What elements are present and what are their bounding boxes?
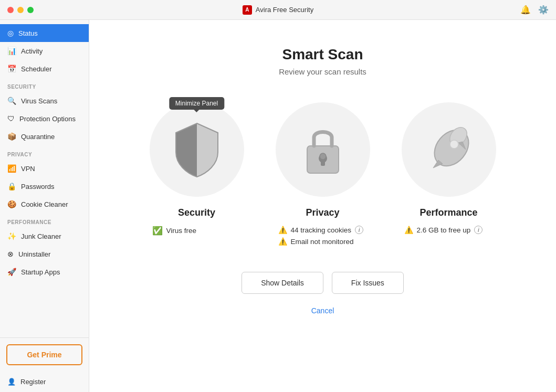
sidebar-item-status[interactable]: ◎ Status — [0, 24, 89, 42]
sidebar-item-label: VPN — [21, 165, 35, 173]
ok-icon: ✅ — [152, 226, 163, 236]
sidebar-nav: ◎ Status 📊 Activity 📅 Scheduler SECURITY… — [0, 20, 89, 337]
security-card-circle: Minimize Panel — [150, 102, 244, 197]
security-card-title: Security — [178, 207, 215, 218]
action-buttons: Show Details Fix Issues — [242, 272, 404, 294]
performance-status-text-0: 2.6 GB to free up — [417, 226, 471, 234]
virus-scans-icon: 🔍 — [7, 97, 16, 105]
performance-info-icon[interactable]: i — [474, 226, 482, 234]
page-subtitle: Review your scan results — [279, 67, 366, 76]
sidebar-footer: Get Prime — [0, 337, 89, 372]
sidebar-item-startup-apps[interactable]: 🚀 Startup Apps — [0, 263, 89, 281]
rocket-graphic — [423, 121, 475, 178]
privacy-card-circle — [276, 102, 370, 197]
warn-icon-0: ⚠️ — [278, 226, 287, 234]
svg-point-6 — [450, 140, 458, 149]
svg-point-3 — [320, 153, 326, 160]
sidebar: ◎ Status 📊 Activity 📅 Scheduler SECURITY… — [0, 0, 89, 392]
get-prime-button[interactable]: Get Prime — [6, 344, 82, 365]
security-card-status: ✅ Virus free — [142, 226, 252, 236]
warn-icon-perf: ⚠️ — [404, 226, 413, 234]
shield-graphic — [168, 118, 226, 181]
sidebar-item-protection-options[interactable]: 🛡 Protection Options — [0, 110, 89, 128]
titlebar-action-icons: 🔔 ⚙️ — [520, 5, 549, 15]
sidebar-item-label: Quarantine — [21, 133, 55, 141]
window-controls — [7, 7, 34, 13]
cookie-cleaner-icon: 🍪 — [7, 200, 16, 208]
scheduler-icon: 📅 — [7, 65, 16, 73]
performance-status-row-0: ⚠️ 2.6 GB to free up i — [404, 226, 483, 234]
performance-card-title: Performance — [419, 207, 477, 218]
sidebar-item-label: Junk Cleaner — [21, 232, 61, 240]
security-status-row: ✅ Virus free — [152, 226, 197, 236]
sidebar-item-label: Virus Scans — [21, 97, 57, 105]
privacy-card: Privacy ⚠️ 44 tracking cookies i ⚠️ Emai… — [268, 102, 378, 246]
sidebar-item-label: Cookie Cleaner — [21, 200, 68, 208]
close-button[interactable] — [7, 7, 14, 13]
minimize-button[interactable] — [17, 7, 24, 13]
security-status-text: Virus free — [166, 227, 197, 235]
privacy-card-title: Privacy — [306, 207, 339, 218]
warn-icon-1: ⚠️ — [278, 237, 287, 246]
performance-card-status: ⚠️ 2.6 GB to free up i — [394, 226, 504, 234]
register-icon: 👤 — [7, 378, 16, 386]
avira-logo-icon: A — [243, 5, 252, 15]
privacy-status-row-0: ⚠️ 44 tracking cookies i — [278, 226, 364, 234]
maximize-button[interactable] — [27, 7, 34, 13]
app-title-group: A Avira Free Security — [243, 5, 313, 15]
sidebar-item-vpn[interactable]: 📶 VPN — [0, 160, 89, 177]
settings-icon[interactable]: ⚙️ — [538, 5, 549, 15]
notifications-icon[interactable]: 🔔 — [520, 5, 531, 15]
sidebar-item-cookie-cleaner[interactable]: 🍪 Cookie Cleaner — [0, 195, 89, 213]
vpn-icon: 📶 — [7, 164, 16, 173]
sidebar-item-label: Uninstaller — [18, 250, 50, 258]
lock-graphic — [299, 121, 347, 178]
cancel-button[interactable]: Cancel — [307, 304, 339, 317]
sidebar-item-label: Status — [18, 29, 38, 37]
privacy-card-status: ⚠️ 44 tracking cookies i ⚠️ Email not mo… — [268, 226, 378, 246]
status-icon: ◎ — [7, 29, 14, 37]
sidebar-item-passwords[interactable]: 🔒 Passwords — [0, 177, 89, 195]
sidebar-item-label: Passwords — [21, 183, 55, 190]
junk-cleaner-icon: ✨ — [7, 232, 16, 240]
sidebar-item-label: Protection Options — [19, 115, 76, 123]
sidebar-item-uninstaller[interactable]: ⊗ Uninstaller — [0, 245, 89, 263]
show-details-button[interactable]: Show Details — [242, 272, 323, 294]
passwords-icon: 🔒 — [7, 182, 16, 190]
main-inner: Smart Scan Review your scan results Mini… — [118, 20, 528, 338]
sidebar-item-junk-cleaner[interactable]: ✨ Junk Cleaner — [0, 227, 89, 245]
startup-apps-icon: 🚀 — [7, 268, 16, 276]
main-content: Smart Scan Review your scan results Mini… — [89, 0, 556, 392]
minimize-panel-tooltip: Minimize Panel — [169, 97, 224, 110]
security-card: Minimize Panel — [142, 102, 252, 246]
privacy-status-row-1: ⚠️ Email not monitored — [278, 237, 354, 246]
privacy-status-text-1: Email not monitored — [291, 238, 354, 246]
tracking-info-icon[interactable]: i — [355, 226, 363, 234]
sidebar-item-virus-scans[interactable]: 🔍 Virus Scans — [0, 92, 89, 110]
sidebar-item-register[interactable]: 👤 Register — [0, 372, 89, 392]
sidebar-item-label: Activity — [21, 47, 43, 55]
uninstaller-icon: ⊗ — [7, 250, 14, 258]
sidebar-item-scheduler[interactable]: 📅 Scheduler — [0, 60, 89, 78]
page-title: Smart Scan — [282, 46, 363, 63]
security-section-label: SECURITY — [0, 78, 89, 92]
protection-icon: 🛡 — [7, 114, 15, 123]
sidebar-item-label: Startup Apps — [21, 268, 60, 276]
performance-card: Performance ⚠️ 2.6 GB to free up i — [394, 102, 504, 246]
fix-issues-button[interactable]: Fix Issues — [332, 272, 404, 294]
quarantine-icon: 📦 — [7, 132, 16, 141]
cards-row: Minimize Panel — [142, 102, 504, 246]
app-title-text: Avira Free Security — [256, 6, 313, 14]
performance-section-label: PERFORMANCE — [0, 213, 89, 227]
privacy-section-label: PRIVACY — [0, 145, 89, 160]
sidebar-item-quarantine[interactable]: 📦 Quarantine — [0, 128, 89, 145]
register-label: Register — [20, 378, 46, 386]
sidebar-item-label: Scheduler — [21, 65, 52, 73]
activity-icon: 📊 — [7, 47, 16, 55]
privacy-status-text-0: 44 tracking cookies — [291, 226, 352, 234]
titlebar: A Avira Free Security 🔔 ⚙️ — [0, 0, 556, 20]
sidebar-item-activity[interactable]: 📊 Activity — [0, 42, 89, 60]
performance-card-circle — [402, 102, 496, 197]
